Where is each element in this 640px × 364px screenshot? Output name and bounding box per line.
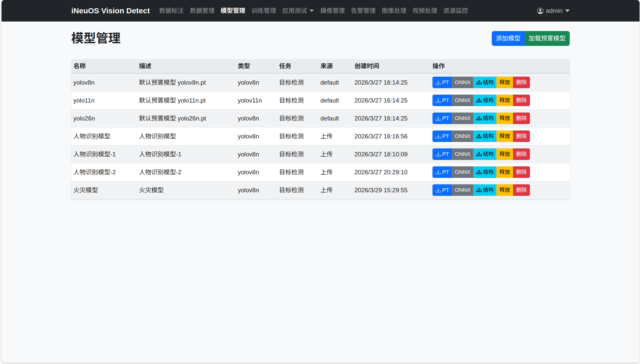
structure-button[interactable]: 结构: [473, 113, 497, 124]
table-row: 人物识别模型 人物识别模型 yolov8n 目标检测 上传 2026/3/27 …: [71, 127, 570, 145]
nav-item[interactable]: 数据标注: [156, 3, 187, 18]
download-pt-button[interactable]: PT: [432, 166, 452, 178]
download-onnx-button[interactable]: ONNX: [452, 95, 474, 106]
nav-item[interactable]: 告警管理: [348, 3, 379, 18]
cell-description: 火灾模型: [137, 181, 236, 199]
cell-name: 火灾模型: [71, 181, 137, 199]
nav-item[interactable]: 模型管理: [218, 3, 248, 18]
structure-button[interactable]: 结构: [473, 166, 497, 178]
diagram-icon: [476, 134, 482, 139]
diagram-icon: [476, 187, 482, 193]
structure-button[interactable]: 结构: [473, 95, 497, 106]
structure-button[interactable]: 结构: [473, 148, 497, 160]
model-table-card: 名称 描述 类型 任务 来源 创建时间 操作 yolov8n: [71, 59, 570, 199]
download-icon: [436, 187, 441, 193]
load-preset-button[interactable]: 加载预置模型: [525, 31, 570, 46]
cell-name: 人物识别模型: [71, 127, 137, 145]
cell-actions: PT ONNX 结构 释放 删除: [430, 127, 570, 145]
cell-description: 默认预置模型 yolo11n.pt: [137, 92, 236, 109]
cell-task: 目标检测: [277, 127, 318, 145]
diagram-icon: [476, 80, 482, 85]
row-actions: PT ONNX 结构 释放 删除: [432, 148, 530, 160]
download-icon: [436, 98, 441, 103]
delete-button[interactable]: 删除: [513, 184, 530, 196]
scrollbar[interactable]: [638, 22, 639, 363]
col-header-actions: 操作: [430, 59, 570, 73]
nav-item[interactable]: 视频处理: [409, 3, 440, 18]
release-button[interactable]: 释放: [496, 77, 513, 88]
page-title: 模型管理: [71, 31, 121, 46]
nav-item[interactable]: 数据管理: [187, 3, 218, 18]
cell-source: 上传: [318, 127, 352, 145]
cell-type: yolov8n: [236, 145, 277, 163]
download-icon: [436, 116, 441, 121]
nav-item[interactable]: 应用测试: [279, 3, 317, 18]
cell-source: 上传: [318, 163, 352, 181]
row-actions: PT ONNX 结构 释放 删除: [432, 130, 530, 142]
download-pt-button[interactable]: PT: [432, 130, 452, 142]
download-onnx-button[interactable]: ONNX: [452, 184, 474, 196]
nav-item[interactable]: 训练管理: [248, 3, 279, 18]
structure-button[interactable]: 结构: [473, 184, 497, 196]
user-name: admin: [546, 6, 563, 15]
delete-button[interactable]: 删除: [513, 166, 530, 178]
nav-item[interactable]: 资源监控: [440, 3, 471, 18]
table-body: yolov8n 默认预置模型 yolov8n.pt yolov8n 目标检测 d…: [71, 73, 570, 199]
download-pt-button[interactable]: PT: [432, 148, 452, 160]
cell-type: yolov8n: [236, 181, 277, 199]
model-table: 名称 描述 类型 任务 来源 创建时间 操作 yolov8n: [71, 59, 570, 199]
release-button[interactable]: 释放: [496, 113, 513, 124]
nav-item[interactable]: 图像处理: [379, 3, 409, 18]
download-pt-button[interactable]: PT: [432, 77, 452, 88]
add-model-button[interactable]: 添加模型: [492, 31, 525, 46]
table-row: 火灾模型 火灾模型 yolov8n 目标检测 上传 2026/3/29 15:2…: [71, 181, 570, 199]
release-button[interactable]: 释放: [496, 148, 513, 160]
download-icon: [436, 134, 441, 139]
delete-button[interactable]: 删除: [513, 148, 530, 160]
cell-type: yolov8n: [236, 73, 277, 92]
diagram-icon: [476, 151, 482, 157]
download-pt-button[interactable]: PT: [432, 113, 452, 124]
cell-type: yolov11n: [236, 92, 277, 109]
download-icon: [436, 80, 441, 85]
download-pt-button[interactable]: PT: [432, 95, 452, 106]
release-button[interactable]: 释放: [496, 95, 513, 106]
user-menu[interactable]: admin: [537, 6, 570, 15]
cell-description: 默认预置模型 yolov8n.pt: [137, 73, 236, 92]
delete-button[interactable]: 删除: [513, 130, 530, 142]
nav-item[interactable]: 摄像管理: [317, 3, 348, 18]
cell-task: 目标检测: [277, 145, 318, 163]
row-actions: PT ONNX 结构 释放 删除: [432, 77, 530, 88]
chevron-down-icon: [565, 9, 570, 12]
download-onnx-button[interactable]: ONNX: [452, 130, 474, 142]
download-pt-button[interactable]: PT: [432, 184, 452, 196]
diagram-icon: [476, 98, 482, 103]
table-row: yolo11n 默认预置模型 yolo11n.pt yolov11n 目标检测 …: [71, 92, 570, 109]
col-header-type: 类型: [236, 59, 277, 73]
cell-task: 目标检测: [277, 163, 318, 181]
cell-source: default: [318, 73, 352, 92]
cell-source: default: [318, 92, 352, 109]
cell-type: yolov8n: [236, 163, 277, 181]
row-actions: PT ONNX 结构 释放 删除: [432, 95, 530, 106]
delete-button[interactable]: 删除: [513, 113, 530, 124]
cell-description: 人物识别模型-2: [137, 163, 236, 181]
download-onnx-button[interactable]: ONNX: [452, 148, 474, 160]
structure-button[interactable]: 结构: [473, 130, 497, 142]
download-onnx-button[interactable]: ONNX: [452, 113, 474, 124]
row-actions: PT ONNX 结构 释放 删除: [432, 166, 530, 178]
cell-name: yolo11n: [71, 92, 137, 109]
release-button[interactable]: 释放: [496, 130, 513, 142]
cell-task: 目标检测: [277, 73, 318, 92]
release-button[interactable]: 释放: [496, 166, 513, 178]
download-onnx-button[interactable]: ONNX: [452, 166, 474, 178]
cell-task: 目标检测: [277, 181, 318, 199]
download-onnx-button[interactable]: ONNX: [452, 77, 474, 88]
release-button[interactable]: 释放: [496, 184, 513, 196]
delete-button[interactable]: 删除: [513, 77, 530, 88]
delete-button[interactable]: 删除: [513, 95, 530, 106]
cell-type: yolov8n: [236, 109, 277, 127]
structure-button[interactable]: 结构: [473, 77, 497, 88]
col-header-name: 名称: [71, 59, 137, 73]
brand[interactable]: iNeuOS Vision Detect: [71, 6, 150, 15]
